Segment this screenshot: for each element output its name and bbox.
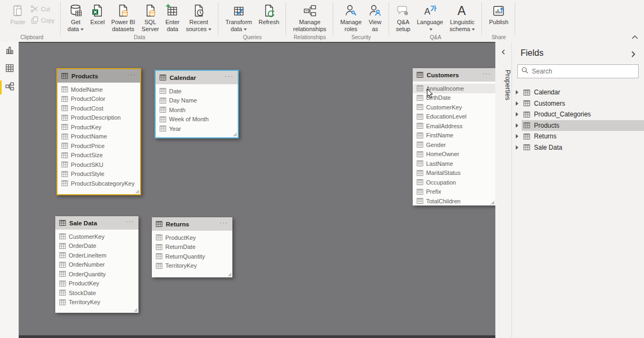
field-row[interactable]: ProductSize [57,151,140,160]
field-row[interactable]: ReturnQuantity [152,252,232,261]
field-row[interactable]: AnnualIncome [413,84,495,93]
field-row[interactable]: ReturnDate [152,243,232,252]
table-more-menu[interactable]: ··· [219,220,229,229]
field-row[interactable]: ProductSKU [57,160,140,170]
field-row[interactable]: MaritalStatus [413,168,495,178]
field-row[interactable]: Prefix [413,187,495,197]
fields-tree-item-calendar[interactable]: Calendar [512,87,644,98]
table-card-calendar[interactable]: Calendar···DateDay NameMonthWeek of Mont… [155,70,239,138]
enter-data-button[interactable]: Enterdata [163,3,182,33]
expand-caret-icon[interactable] [516,90,518,94]
field-row[interactable]: ProductStyle [57,170,140,179]
resize-grip[interactable] [135,189,139,193]
fields-tree-item-returns[interactable]: Returns [512,131,644,142]
fields-search-box[interactable] [517,64,639,78]
field-row[interactable]: Gender [413,140,495,150]
field-row[interactable]: TotalChildren [413,196,495,206]
table-card-header[interactable]: Customers··· [413,68,495,82]
publish-button[interactable]: Publish [486,3,511,33]
table-card-header[interactable]: Calendar··· [156,71,238,84]
sql-server-button[interactable]: SQLServer [139,3,162,33]
excel-button[interactable]: Excel [87,3,107,33]
field-row[interactable]: Month [156,105,238,115]
field-row[interactable]: StockDate [55,288,138,298]
paste-button[interactable]: Paste [8,3,28,33]
field-row[interactable]: EducationLevel [413,112,495,122]
collapse-ribbon-icon[interactable] [631,33,639,40]
expand-caret-icon[interactable] [516,112,518,116]
sidebar-item-data-view[interactable] [0,60,19,78]
model-canvas[interactable]: Products···ModelNameProductColorProductC… [19,42,495,338]
field-row[interactable]: ProductPrice [57,141,140,151]
table-card-header[interactable]: Returns··· [152,217,232,231]
field-row[interactable]: ProductName [57,132,140,142]
field-row[interactable]: ModelName [57,85,140,94]
table-card-returns[interactable]: Returns···ProductKeyReturnDateReturnQuan… [152,217,232,277]
field-row[interactable]: ProductDescription [57,113,140,123]
properties-panel-tab[interactable]: Properties [495,42,512,338]
field-row[interactable]: OrderDate [55,241,138,251]
field-row[interactable]: ProductCost [57,104,140,113]
fields-tree-item-products[interactable]: Products [512,120,644,131]
field-row[interactable]: OrderNumber [55,260,138,270]
resize-grip[interactable] [491,201,494,204]
field-row[interactable]: Week of Month [156,115,238,124]
fields-tree-item-product_categories[interactable]: Product_Categories [512,109,644,120]
field-row[interactable]: ProductSubcategoryKey [57,179,140,188]
resize-grip[interactable] [233,133,237,136]
expand-caret-icon[interactable] [516,134,518,138]
get-data-button[interactable]: Getdata [65,3,86,33]
field-row[interactable]: HomeOwner [413,150,495,159]
refresh-button[interactable]: Refresh [256,3,282,33]
cut-button[interactable]: Cut [29,4,56,13]
field-row[interactable]: OrderQuantity [55,269,138,279]
table-card-header[interactable]: Sale Data··· [55,216,138,230]
expand-caret-icon[interactable] [516,123,518,128]
chevron-right-icon[interactable] [630,50,636,56]
table-more-menu[interactable]: ··· [127,72,136,80]
copy-button[interactable]: Copy [29,16,56,25]
field-row[interactable]: ProductKey [55,279,138,289]
qa-setup-button[interactable]: Q&Asetup [393,3,413,33]
fields-tree-item-customers[interactable]: Customers [512,98,644,109]
field-row[interactable]: BirthDate [413,93,495,103]
field-row[interactable]: EmailAddress [413,121,495,131]
field-row[interactable]: LastName [413,159,495,168]
field-row[interactable]: Year [156,124,238,134]
table-more-menu[interactable]: ··· [126,219,135,227]
search-input[interactable] [532,68,635,75]
sidebar-item-model-view[interactable] [0,78,19,97]
sidebar-item-report-view[interactable] [0,42,19,60]
field-row[interactable]: ProductKey [152,233,232,243]
field-row[interactable]: Date [156,86,238,96]
field-row[interactable]: TerritoryKey [152,261,232,271]
field-row[interactable]: ProductKey [57,122,140,132]
field-row[interactable]: ProductColor [57,94,140,104]
field-row[interactable]: Day Name [156,96,238,106]
field-row[interactable]: TerritoryKey [55,298,138,307]
linguistic-schema-button[interactable]: ALinguisticschema [447,3,478,33]
view-as-button[interactable]: Viewas [365,3,385,33]
resize-grip[interactable] [228,273,231,276]
resize-grip[interactable] [134,308,137,312]
field-row[interactable]: CustomerKey [413,102,495,112]
manage-roles-button[interactable]: Manageroles [338,3,364,33]
table-card-sale-data[interactable]: Sale Data···CustomerKeyOrderDateOrderLin… [55,216,138,313]
language-button[interactable]: ALanguage [414,3,446,33]
expand-caret-icon[interactable] [516,101,518,106]
table-card-products[interactable]: Products···ModelNameProductColorProductC… [56,68,141,195]
power-bi-datasets-button[interactable]: Power BIdatasets [108,3,138,33]
field-row[interactable]: Occupation [413,178,495,187]
expand-caret-icon[interactable] [516,145,518,150]
table-more-menu[interactable]: ··· [482,71,492,79]
table-more-menu[interactable]: ··· [225,74,234,82]
fields-tree-item-sale-data[interactable]: Sale Data [512,142,644,153]
field-row[interactable]: FirstName [413,131,495,141]
field-row[interactable]: CustomerKey [55,232,138,241]
recent-sources-button[interactable]: Recentsources [184,3,215,33]
manage-relationships-button[interactable]: Managerelationships [290,3,329,33]
field-row[interactable]: OrderLineItem [55,251,138,260]
chevron-left-icon[interactable] [495,42,511,55]
table-card-header[interactable]: Products··· [57,69,140,83]
table-card-customers[interactable]: Customers···AnnualIncomeBirthDateCustome… [413,68,495,205]
